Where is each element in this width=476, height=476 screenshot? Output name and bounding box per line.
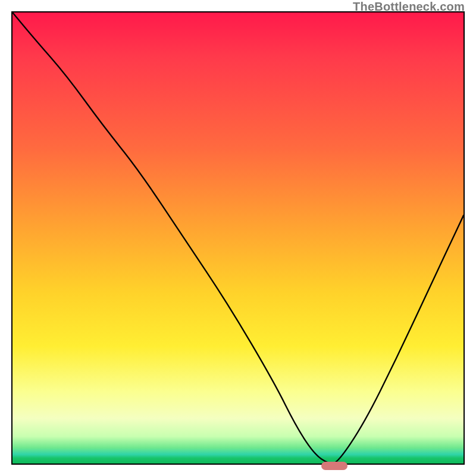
chart-container: TheBottleneck.com bbox=[0, 0, 476, 476]
optimum-marker bbox=[321, 462, 347, 470]
bottleneck-curve bbox=[12, 12, 464, 464]
plot-area bbox=[11, 11, 465, 465]
curve-layer bbox=[12, 12, 464, 464]
